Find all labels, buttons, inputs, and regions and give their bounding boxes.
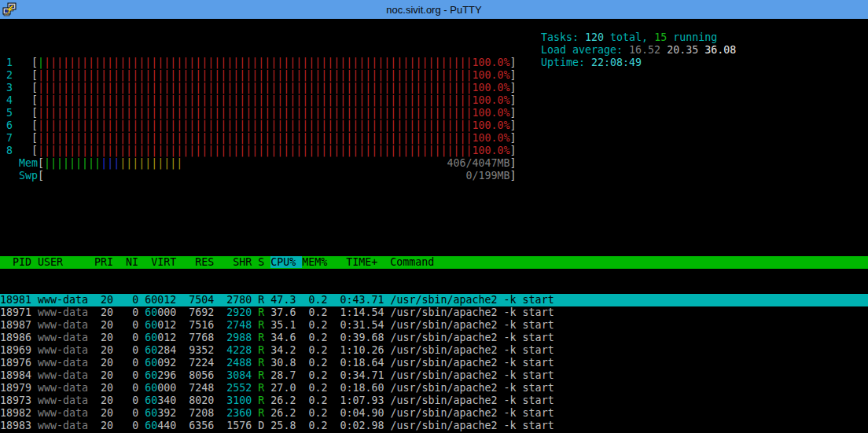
process-row[interactable]: 18973 www-data 20 0 60340 8020 3100 R 26…: [0, 394, 868, 407]
process-row[interactable]: 18979 www-data 20 0 60000 7248 2552 R 27…: [0, 382, 868, 394]
swp-meter: Swp[ 0/199MB]: [0, 170, 868, 182]
cpu-meter-5: 5 [|||||||||||||||||||||||||||||||||||||…: [0, 107, 868, 119]
putty-icon-svg: [2, 2, 17, 17]
system-info-panel: Tasks: 120 total, 15 runningLoad average…: [541, 31, 736, 69]
process-row[interactable]: 18982 www-data 20 0 60392 7208 2360 R 26…: [0, 407, 868, 420]
process-row[interactable]: 18969 www-data 20 0 60284 9352 4228 R 34…: [0, 344, 868, 357]
cpu-meter-3: 3 [|||||||||||||||||||||||||||||||||||||…: [0, 82, 868, 94]
process-row[interactable]: 18986 www-data 20 0 60012 7768 2988 R 34…: [0, 332, 868, 344]
window-title: noc.sivit.org - PuTTY: [0, 4, 868, 16]
putty-icon[interactable]: [2, 2, 17, 17]
process-row[interactable]: 18987 www-data 20 0 60012 7516 2748 R 35…: [0, 319, 868, 332]
cpu-meter-2: 2 [|||||||||||||||||||||||||||||||||||||…: [0, 69, 868, 82]
load-average-line: Load average: 16.52 20.35 36.08: [541, 44, 736, 57]
process-row[interactable]: 18981 www-data 20 0 60012 7504 2780 R 47…: [0, 294, 868, 306]
putty-window: noc.sivit.org - PuTTY 1 [|||||||||||||||…: [0, 0, 868, 433]
process-row[interactable]: 18984 www-data 20 0 60296 8056 3084 R 28…: [0, 369, 868, 382]
uptime-line: Uptime: 22:08:49: [541, 57, 736, 69]
sort-column-cpu[interactable]: CPU%: [270, 256, 302, 268]
process-row[interactable]: 18971 www-data 20 0 60000 7692 2920 R 37…: [0, 306, 868, 319]
cpu-meter-4: 4 [|||||||||||||||||||||||||||||||||||||…: [0, 94, 868, 107]
process-row[interactable]: 18983 www-data 20 0 60440 6356 1576 D 25…: [0, 420, 868, 432]
process-table: 18981 www-data 20 0 60012 7504 2780 R 47…: [0, 294, 868, 433]
titlebar[interactable]: noc.sivit.org - PuTTY: [0, 0, 868, 19]
cpu-meter-6: 6 [|||||||||||||||||||||||||||||||||||||…: [0, 119, 868, 132]
system-meters: 1 [|||||||||||||||||||||||||||||||||||||…: [0, 57, 868, 182]
process-row[interactable]: 18976 www-data 20 0 60092 7224 2488 R 30…: [0, 357, 868, 369]
blank-line: [0, 220, 868, 231]
cpu-meter-1: 1 [|||||||||||||||||||||||||||||||||||||…: [0, 57, 868, 69]
cpu-meter-8: 8 [|||||||||||||||||||||||||||||||||||||…: [0, 145, 868, 157]
cpu-meter-7: 7 [|||||||||||||||||||||||||||||||||||||…: [0, 132, 868, 145]
mem-meter: Mem[|||||||||||||||||||||| 406/4047MB]: [0, 157, 868, 170]
terminal-screen: 1 [|||||||||||||||||||||||||||||||||||||…: [0, 19, 868, 433]
table-header: PID USER PRI NI VIRT RES SHR S CPU% MEM%…: [0, 256, 868, 269]
tasks-line: Tasks: 120 total, 15 running: [541, 31, 736, 44]
